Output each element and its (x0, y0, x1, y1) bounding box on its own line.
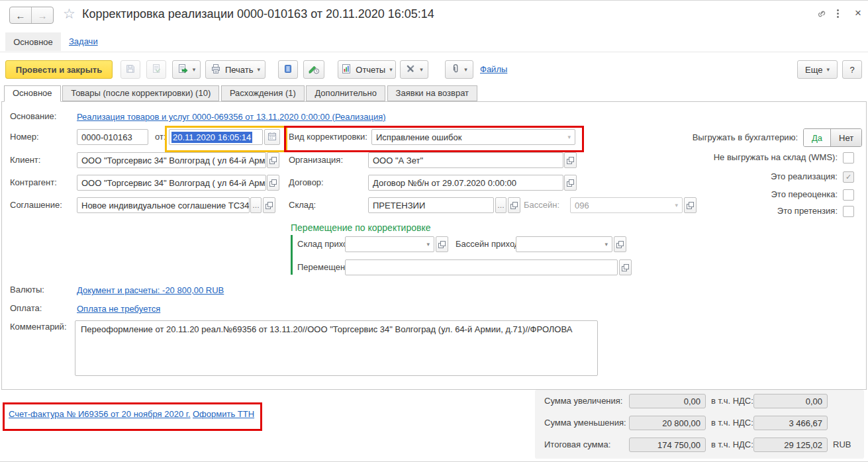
upload-accounting-toggle: Да Нет (803, 128, 862, 147)
upload-yes-button[interactable]: Да (804, 129, 830, 146)
help-button[interactable]: ? (842, 60, 862, 79)
agreement-label: Соглашение: (10, 197, 62, 213)
base-document-link[interactable]: Реализация товаров и услуг 0000-069356 о… (77, 112, 386, 122)
warehouse-choose-button[interactable]: … (495, 197, 506, 213)
receipt-warehouse-caret-icon: ▾ (422, 241, 430, 248)
date-calendar-button[interactable] (264, 129, 280, 145)
total-vat-field: 29 125,02 (753, 438, 828, 452)
movement-open-button[interactable] (619, 259, 632, 275)
change-history-button[interactable] (303, 60, 324, 79)
nav-item-main[interactable]: Основное (5, 32, 61, 51)
is-claim-checkbox[interactable] (843, 206, 854, 217)
client-field[interactable]: ООО "Торгсервис 34" Волгоград ( ул 64-й … (77, 152, 266, 168)
is-sale-label: Это реализация: (624, 171, 838, 182)
post-and-close-button[interactable]: Провести и закрыть (5, 60, 113, 79)
document-structure-button[interactable] (278, 60, 298, 79)
open-icon (269, 157, 277, 164)
correction-kind-label: Вид корректировки: (289, 129, 367, 145)
save-button[interactable] (121, 60, 140, 79)
agreement-open-button[interactable] (263, 197, 275, 213)
ellipsis-icon: … (497, 202, 505, 209)
organization-open-button[interactable] (564, 152, 577, 168)
calendar-icon (267, 132, 277, 142)
is-claim-label: Это претензия: (624, 205, 838, 216)
more-caret-icon: ▾ (826, 66, 830, 73)
currencies-link[interactable]: Документ и расчеты: -20 800,00 RUB (77, 285, 224, 295)
is-revaluation-checkbox[interactable] (843, 189, 854, 201)
close-icon[interactable]: × (855, 7, 861, 20)
tools-button[interactable]: ▾ (400, 60, 428, 79)
page-title: Корректировка реализации 0000-010163 от … (82, 7, 434, 21)
receipt-pool-open-button[interactable] (614, 236, 626, 252)
agreement-field[interactable]: Новое индивидуальное соглашение ТС34 (77, 197, 250, 213)
organization-field[interactable]: ООО "А Зет" (368, 152, 563, 168)
comment-textarea[interactable]: Переоформление от 20.11.20 реал.№69356 о… (75, 320, 598, 376)
no-wms-label: Не выгружать на склад (WMS): (624, 152, 838, 163)
no-wms-checkbox[interactable] (843, 152, 854, 163)
files-link[interactable]: Файлы (480, 64, 507, 74)
pool-label: Бассейн: (524, 197, 559, 213)
reports-button[interactable]: Отчеты ▾ (338, 60, 396, 79)
tab-return-requests[interactable]: Заявки на возврат (387, 85, 477, 101)
currency-label: RUB (833, 438, 851, 452)
more-button[interactable]: Еще ▾ (797, 60, 838, 79)
receipt-warehouse-open-button[interactable] (436, 236, 448, 252)
history-nav-group: ← → (9, 7, 54, 24)
toolbar: Провести и закрыть ▾ Печать ▾ (0, 56, 868, 83)
open-icon (510, 202, 518, 209)
date-selected-text: 20.11.2020 16:05:14 (171, 132, 252, 143)
tab-additional[interactable]: Дополнительно (306, 85, 385, 101)
contract-field[interactable]: Договор №б/н от 29.07.2020 0:00:00 (368, 175, 563, 191)
more-label: Еще (805, 65, 822, 75)
number-field[interactable]: 0000-010163 (77, 129, 148, 145)
tools-caret-icon: ▾ (420, 66, 423, 73)
decrease-sum-label: Сумма уменьшения: (544, 416, 626, 430)
total-vat-label: в т.ч. НДС: (711, 438, 753, 452)
contract-label: Договор: (289, 175, 324, 191)
warehouse-field[interactable]: ПРЕТЕНЗИИ (368, 197, 494, 213)
paperclip-icon (451, 64, 460, 76)
date-field[interactable]: 20.11.2020 16:05:14 (169, 129, 263, 145)
print-button[interactable]: Печать ▾ (205, 60, 265, 79)
counterparty-field[interactable]: ООО "Торгсервис 34" Волгоград ( ул 64-й … (77, 175, 266, 191)
open-icon (269, 179, 277, 187)
post-and-close-label: Провести и закрыть (16, 65, 102, 75)
payment-link[interactable]: Оплата не требуется (77, 304, 160, 314)
tab-discrepancies[interactable]: Расхождения (1) (221, 85, 305, 101)
warehouse-open-button[interactable] (508, 197, 520, 213)
is-revaluation-label: Это переоценка: (624, 189, 838, 200)
post-document-button[interactable] (146, 60, 166, 79)
open-icon (622, 264, 629, 271)
receipt-warehouse-combobox[interactable]: ▾ (345, 236, 434, 252)
nav-item-tasks[interactable]: Задачи (69, 36, 98, 46)
tools-icon (405, 64, 416, 76)
favorite-star-icon[interactable]: ☆ (63, 6, 75, 22)
tab-main[interactable]: Основное (4, 85, 61, 102)
increase-vat-field: 0,00 (753, 394, 828, 408)
date-label: от: (155, 129, 166, 145)
sales-correction-window: ← → ☆ Корректировка реализации 0000-0101… (0, 0, 868, 462)
receipt-pool-combobox[interactable]: ▾ (516, 236, 612, 252)
receipt-pool-caret-icon: ▾ (601, 241, 608, 248)
movement-field[interactable] (345, 259, 618, 275)
tabstrip: Основное Товары (после корректировки) (1… (4, 85, 477, 102)
upload-accounting-label: Выгружать в бухгалтерию: (624, 129, 798, 146)
agreement-choose-button[interactable]: … (250, 197, 262, 213)
create-based-on-button[interactable]: ▾ (172, 60, 201, 79)
invoice-link[interactable]: Счет-фактура № И69356 от 20 ноября 2020 … (9, 409, 191, 419)
upload-no-button[interactable]: Нет (830, 129, 861, 146)
back-button[interactable]: ← (10, 7, 32, 23)
get-link-icon[interactable] (816, 9, 828, 21)
counterparty-open-button[interactable] (267, 175, 279, 191)
tab-goods-after-correction[interactable]: Товары (после корректировки) (10) (62, 85, 219, 101)
print-label: Печать (225, 65, 254, 75)
payment-label: Оплата: (10, 300, 42, 316)
client-open-button[interactable] (267, 152, 279, 168)
correction-kind-combobox[interactable]: Исправление ошибок ▾ (371, 129, 575, 145)
attachments-button[interactable]: ▾ (445, 60, 473, 79)
contract-open-button[interactable] (564, 175, 577, 191)
forward-button[interactable]: → (32, 7, 53, 23)
more-vertical-icon[interactable] (837, 9, 839, 18)
ttn-link[interactable]: Оформить ТТН (193, 409, 254, 419)
structure-icon (283, 64, 293, 76)
